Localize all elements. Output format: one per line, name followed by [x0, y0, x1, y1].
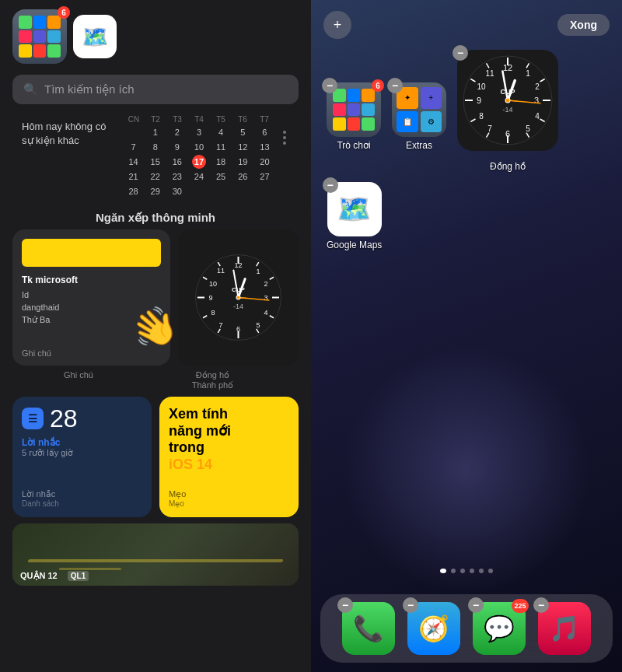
svg-text:8: 8	[211, 309, 215, 317]
clock-widget-label: Đồng hồ	[152, 370, 273, 380]
clock-widget-face-right: 12 3 6 9 1 2 11 10 5 4 7 8 CUP -14	[457, 50, 558, 151]
dock-safari-minus[interactable]: −	[403, 597, 418, 613]
search-bar[interactable]: 🔍 Tìm kiếm tiện ích	[12, 75, 299, 104]
svg-text:2: 2	[264, 280, 267, 288]
svg-text:11: 11	[217, 267, 225, 275]
gmaps-label: Google Maps	[327, 240, 382, 250]
dock-phone[interactable]: − 📞	[342, 602, 395, 655]
dock: − 📞 − 🧭 − 💬 225 − 🎵	[320, 594, 613, 663]
gmaps-app-icon[interactable]: 🗺️	[73, 15, 117, 58]
svg-text:8: 8	[479, 112, 484, 121]
reminders-label: Lời nhắc	[22, 437, 142, 448]
tro-choi-icon-wrap: − 6	[327, 82, 381, 137]
smart-stack-label: Ngăn xếp thông minh	[0, 211, 311, 225]
apps-row-1-labels: Đồng hồ	[311, 156, 622, 176]
add-widget-button[interactable]: +	[323, 11, 351, 39]
apps-row-1: − 6 Trò chơi −	[311, 47, 622, 154]
page-dot-4	[470, 569, 474, 573]
top-apps-bar: 6 🗺️	[0, 0, 311, 70]
svg-text:5: 5	[256, 321, 260, 329]
svg-text:5: 5	[526, 124, 530, 133]
dock-phone-minus[interactable]: −	[337, 597, 353, 613]
extras-minus[interactable]: −	[387, 78, 403, 93]
svg-text:7: 7	[487, 124, 492, 133]
tips-widget[interactable]: Xem tính năng mới trong iOS 14 Mẹo Mẹo	[159, 397, 299, 517]
tro-choi-minus[interactable]: −	[322, 78, 337, 93]
clock-widget-label-right: Đồng hồ	[490, 161, 526, 172]
context-menu-dots[interactable]	[283, 115, 289, 145]
reminders-widget[interactable]: ☰ 28 Lời nhắc 5 rưỡi lấy giờ Lời nhắc Da…	[12, 397, 152, 517]
svg-text:12: 12	[503, 63, 512, 72]
calendar-grid: CN T2 T3 T4 T5 T6 T7 1 2 3 4 5 6 7 8 9 1…	[123, 115, 275, 198]
widget-footer-sub-row: Thành phố	[12, 380, 299, 390]
svg-text:11: 11	[485, 69, 494, 78]
page-dot-6	[488, 569, 493, 573]
svg-text:4: 4	[535, 112, 540, 121]
tro-choi-app[interactable]: − 6 Trò chơi	[327, 82, 381, 151]
svg-text:1: 1	[256, 268, 260, 275]
page-dot-3	[460, 569, 465, 573]
reminders-sub: 5 rưỡi lấy giờ	[22, 448, 142, 458]
messages-badge: 225	[512, 599, 529, 613]
reminders-icon: ☰	[22, 408, 44, 429]
dock-messages[interactable]: − 💬 225	[473, 602, 526, 655]
tips-line3: trong	[169, 439, 289, 457]
page-dot-1	[440, 569, 446, 573]
svg-text:6: 6	[236, 325, 240, 333]
svg-text:9: 9	[477, 96, 481, 105]
dock-safari[interactable]: − 🧭	[407, 602, 460, 655]
folder-app-1[interactable]: 6	[12, 9, 67, 64]
gmaps-app-right[interactable]: − 🗺️ Google Maps	[327, 182, 382, 250]
calendar-widget: Hôm nay không có sự kiện khác CN T2 T3 T…	[12, 109, 299, 205]
tro-choi-label: Trò chơi	[337, 140, 370, 151]
search-placeholder-text: Tìm kiếm tiện ích	[44, 82, 135, 96]
clock-widget-left[interactable]: 12 3 6 9 1 2 11 10 5 4 7 8 CUP -14	[178, 229, 299, 366]
notes-widget[interactable]: Tk microsoft Id dangthaid Thứ Ba Ghi chú…	[12, 229, 170, 366]
page-dot-2	[451, 569, 456, 573]
clock-widget-right-container[interactable]: − 12	[457, 50, 558, 151]
tips-line1: Xem tính	[169, 406, 289, 423]
right-panel: + Xong − 6 Trò chơi	[311, 0, 622, 672]
map-widget[interactable]: QUẬN 12 QL1	[12, 523, 299, 586]
left-panel: 6 🗺️ 🔍 Tìm kiếm tiện ích Hôm nay không c…	[0, 0, 311, 672]
bg-decoration	[342, 345, 591, 594]
svg-text:4: 4	[264, 309, 267, 317]
svg-text:7: 7	[218, 321, 222, 329]
extras-label: Extras	[406, 140, 432, 151]
dock-music-minus[interactable]: −	[533, 597, 549, 613]
clock-widget-minus[interactable]: −	[453, 45, 468, 61]
tips-ios-label: iOS 14	[169, 457, 289, 473]
reminders-header: ☰ 28	[22, 406, 142, 431]
svg-point-32	[237, 296, 240, 299]
svg-text:10: 10	[477, 82, 486, 91]
page-indicator	[311, 569, 622, 573]
dock-music[interactable]: − 🎵	[538, 602, 591, 655]
extras-icon-wrap: − ✦ + 📋 ⚙	[392, 82, 446, 137]
tips-footer: Mẹo Mẹo	[169, 489, 289, 508]
note-id: Id	[22, 290, 161, 299]
tips-line2: năng mới	[169, 423, 289, 440]
done-button[interactable]: Xong	[557, 14, 610, 36]
calendar-event-text: Hôm nay không có sự kiện khác	[22, 115, 115, 148]
map-district-label: QUẬN 12 QL1	[20, 571, 89, 581]
page-dot-5	[479, 569, 484, 573]
svg-text:3: 3	[534, 96, 539, 105]
reminders-count: 28	[50, 406, 78, 431]
cal-body: 1 2 3 4 5 6 7 8 9 10 11 12 13 14 15 16 1…	[123, 125, 275, 198]
svg-text:12: 12	[234, 261, 242, 269]
smart-stack-widget: Tk microsoft Id dangthaid Thứ Ba Ghi chú…	[12, 229, 299, 366]
widget-footer-row: Ghi chú Đồng hồ	[12, 370, 299, 380]
extras-app[interactable]: − ✦ + 📋 ⚙ Extras	[392, 82, 446, 151]
svg-text:1: 1	[526, 69, 530, 78]
reminders-footer: Lời nhắc Danh sách	[22, 489, 142, 508]
dock-messages-minus[interactable]: −	[468, 597, 484, 613]
cal-header: CN T2 T3 T4 T5 T6 T7	[123, 115, 275, 124]
clock-face-left: 12 3 6 9 1 2 11 10 5 4 7 8 CUP -14	[194, 253, 283, 342]
clock-svg-right: 12 3 6 9 1 2 11 10 5 4 7 8 CUP -14	[461, 54, 554, 147]
clock-widget-sublabel: Thành phố	[152, 380, 273, 390]
svg-text:CUP: CUP	[232, 286, 246, 293]
notes-widget-sublabel	[12, 380, 145, 390]
badge-folder1: 6	[58, 6, 70, 19]
gmaps-minus[interactable]: −	[323, 177, 338, 193]
svg-text:-14: -14	[233, 303, 243, 310]
